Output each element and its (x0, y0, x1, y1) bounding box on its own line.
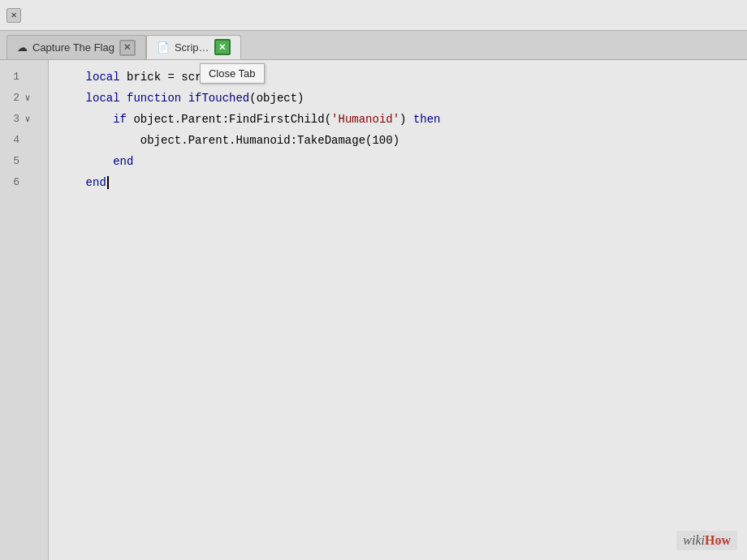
gutter-row-3: 3 ∨ (0, 109, 48, 130)
code-line-5: end (58, 151, 737, 172)
code-line-3: if object.Parent:FindFirstChild('Humanoi… (58, 109, 737, 130)
fold-3[interactable]: ∨ (23, 109, 32, 130)
wikihow-watermark: wikiHow (676, 531, 737, 550)
line-number-5: 5 (3, 151, 19, 172)
code-line-6: end (58, 172, 737, 193)
line-number-4: 4 (3, 130, 19, 151)
gutter-row-4: 4 (0, 130, 48, 151)
tab-close-script[interactable]: ✕ (214, 39, 231, 55)
code-line-2: local function ifTouched(object) (58, 88, 737, 109)
tabs-bar: ☁ Capture The Flag ✕ 📄 Scrip… ✕ Close Ta… (0, 31, 747, 60)
fold-2[interactable]: ∨ (23, 88, 32, 109)
editor-area: 1 2 ∨ 3 ∨ 4 5 6 local brick = script. (0, 60, 747, 560)
close-tab-tooltip: Close Tab (200, 63, 265, 84)
code-text-6: end (58, 172, 109, 193)
line-number-1: 1 (3, 67, 19, 88)
title-bar: ✕ (0, 0, 747, 31)
line-gutter: 1 2 ∨ 3 ∨ 4 5 6 (0, 60, 49, 560)
code-text-5: end (58, 151, 133, 172)
tab-label-script: Scrip… (175, 41, 209, 54)
gutter-row-1: 1 (0, 67, 48, 88)
line-number-6: 6 (3, 172, 19, 193)
tab-label-capture-the-flag: Capture The Flag (32, 41, 114, 54)
wikihow-wiki: wiki (683, 533, 705, 547)
line-number-3: 3 (3, 109, 19, 130)
cloud-icon: ☁ (17, 41, 28, 54)
window-close-button[interactable]: ✕ (6, 8, 21, 23)
line-number-2: 2 (3, 88, 19, 109)
code-text-4: object.Parent.Humanoid:TakeDamage(100) (58, 130, 399, 151)
code-line-1: local brick = script. (58, 67, 737, 88)
gutter-row-5: 5 (0, 151, 48, 172)
code-text-3: if object.Parent:FindFirstChild('Humanoi… (58, 109, 441, 130)
code-text-2: local function ifTouched(object) (58, 88, 304, 109)
gutter-row-6: 6 (0, 172, 48, 193)
script-icon: 📄 (157, 41, 170, 54)
tab-capture-the-flag[interactable]: ☁ Capture The Flag ✕ (6, 35, 146, 59)
code-line-4: object.Parent.Humanoid:TakeDamage(100) (58, 130, 737, 151)
tab-script[interactable]: 📄 Scrip… ✕ Close Tab (146, 35, 241, 59)
tab-close-capture-the-flag[interactable]: ✕ (119, 40, 136, 56)
code-editor[interactable]: local brick = script. local function ifT… (49, 60, 747, 560)
gutter-row-2: 2 ∨ (0, 88, 48, 109)
wikihow-how: How (705, 533, 731, 547)
